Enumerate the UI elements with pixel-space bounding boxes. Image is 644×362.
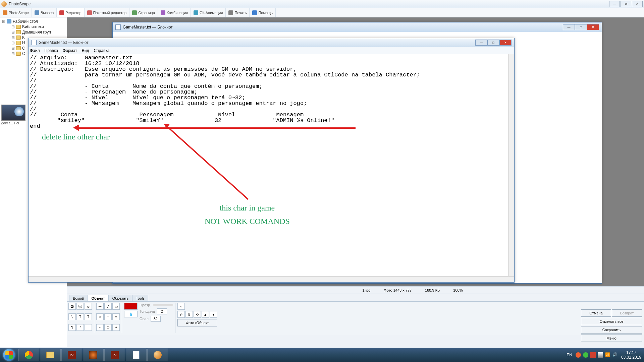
tool-icon <box>132 10 137 15</box>
minimize-button[interactable]: — <box>609 1 620 7</box>
toolbar-печать[interactable]: Печать <box>226 8 250 17</box>
rect-tool-icon[interactable]: ▭ <box>112 303 120 310</box>
para-tool-icon[interactable]: ¶ <box>68 324 76 331</box>
rotate-icon[interactable]: ⟲ <box>194 311 201 318</box>
menu-файл[interactable]: Файл <box>30 48 40 53</box>
close-button[interactable]: ✕ <box>632 1 643 7</box>
tray-clock[interactable]: 17:17 03.01.2019 <box>621 350 641 360</box>
menu-правка[interactable]: Правка <box>45 48 58 53</box>
tab-объект[interactable]: Объект <box>88 295 109 301</box>
toolbar-комбинация[interactable]: Комбинация <box>158 8 191 17</box>
notepad-fg-titlebar[interactable]: GameMaster.txt — Блокнот — □ ✕ <box>29 38 514 47</box>
folder-icon <box>16 30 21 34</box>
horizontal-scrollbar[interactable] <box>29 276 514 282</box>
language-indicator[interactable]: EN <box>567 353 572 357</box>
tab-домой[interactable]: Домой <box>69 295 88 301</box>
tab-обрезать[interactable]: Обрезать <box>109 295 132 301</box>
undo-all-button[interactable]: Отменить все <box>581 318 642 325</box>
undo-button[interactable]: Отмена <box>581 309 611 317</box>
start-button[interactable] <box>0 348 18 362</box>
notepad-bg-title: GameMaster.txt — Блокнот <box>123 25 173 29</box>
tree-item[interactable]: ⊞Рабочий стол <box>0 19 67 24</box>
redo-button[interactable]: Возврат <box>612 309 642 317</box>
tray-icons[interactable]: 📶 🔊 <box>576 352 618 358</box>
photoscape-icon <box>154 351 162 359</box>
tray-icon-3[interactable] <box>590 352 596 358</box>
speech-tool-icon[interactable]: 💬 <box>76 303 84 310</box>
tab-tools[interactable]: Tools <box>132 295 148 301</box>
hex-tool-icon[interactable]: ◇ <box>112 313 120 320</box>
toolbar-помощь[interactable]: Помощь <box>250 8 276 17</box>
quote-tool-icon[interactable]: ❝ <box>76 324 84 331</box>
menu-справка[interactable]: Справка <box>94 48 109 53</box>
square-tool-icon[interactable]: □ <box>104 313 112 320</box>
taskbar-photoscape[interactable] <box>147 349 168 361</box>
menu-формат[interactable]: Формат <box>63 48 77 53</box>
notepad-icon <box>115 24 121 30</box>
save-button[interactable]: Сохранить <box>581 326 642 334</box>
minimize-button[interactable]: — <box>475 40 487 46</box>
photo-object-button[interactable]: Фото+Объект <box>177 319 217 326</box>
maximize-button[interactable]: □ <box>487 40 499 46</box>
color-swatch[interactable] <box>124 303 138 310</box>
toolbar-страница[interactable]: Страница <box>129 8 158 17</box>
flip-v-icon[interactable]: ⇅ <box>185 311 193 318</box>
thumbnail-strip: gory t… Hel <box>1 105 28 125</box>
photo-tool-icon[interactable]: 🖼 <box>68 303 76 310</box>
thickness-input[interactable] <box>157 308 167 314</box>
taskbar-explorer[interactable] <box>40 349 61 361</box>
tray-icon-2[interactable] <box>583 352 588 358</box>
text-tool-icon[interactable]: T <box>76 313 84 320</box>
minimize-button[interactable]: — <box>563 24 575 30</box>
taskbar-app-pz2[interactable]: PZ <box>104 349 125 361</box>
back-icon[interactable]: ▼ <box>210 311 217 318</box>
maximize-button[interactable]: ⧉ <box>621 1 631 7</box>
line-tool-icon[interactable]: ╲ <box>68 313 76 320</box>
tray-icon-1[interactable] <box>576 352 581 358</box>
menu-вид[interactable]: Вид <box>82 48 89 53</box>
annotation-arrow-icon <box>73 124 79 131</box>
cursor-tool-icon[interactable]: ↖ <box>177 303 185 310</box>
star2-tool-icon[interactable]: ✦ <box>112 324 120 331</box>
transparency-slider[interactable] <box>153 304 173 306</box>
text2-tool-icon[interactable]: T <box>85 313 92 320</box>
maximize-button[interactable]: □ <box>575 24 587 30</box>
close-button[interactable]: ✕ <box>499 40 512 46</box>
toolbar-пакетный редактор[interactable]: Пакетный редактор <box>85 8 130 17</box>
scribble-tool-icon[interactable]: 〰 <box>96 303 104 310</box>
folder-icon <box>46 352 54 358</box>
thumbnail[interactable] <box>1 105 25 121</box>
star-tool-icon[interactable]: ☆ <box>96 313 104 320</box>
taskbar-chrome[interactable] <box>18 349 39 361</box>
oval-input[interactable] <box>151 316 161 322</box>
taskbar-notepad[interactable] <box>126 349 147 361</box>
taskbar-app-orange[interactable] <box>83 349 104 361</box>
tree-item[interactable]: ⊞Библиотеки <box>0 24 67 29</box>
pentagon-tool-icon[interactable]: ⬠ <box>104 324 112 331</box>
toolbar-photoscape[interactable]: PhotoScape <box>0 8 32 17</box>
dropper-tool-icon[interactable]: 💧 <box>124 311 138 317</box>
circle-tool-icon[interactable]: ○ <box>96 324 104 331</box>
tool-icon <box>35 10 39 15</box>
vertical-scrollbar[interactable] <box>508 54 514 276</box>
close-button[interactable]: ✕ <box>587 24 599 30</box>
volume-icon[interactable]: 🔊 <box>612 352 618 358</box>
toolbar-вьювер[interactable]: Вьювер <box>32 8 57 17</box>
network-icon[interactable]: 📶 <box>605 352 610 358</box>
diag-tool-icon[interactable]: ╱ <box>104 303 112 310</box>
notepad-bg-titlebar[interactable]: GameMaster.txt — Блокнот — □ ✕ <box>113 22 602 32</box>
chrome-icon <box>25 351 33 359</box>
toolbar-редактор[interactable]: Редактор <box>57 8 84 17</box>
notepad-fg-title: GameMaster.txt — Блокнот <box>39 40 89 45</box>
folder-icon <box>7 19 11 23</box>
flip-h-icon[interactable]: ⇄ <box>177 311 185 318</box>
toolbar-gif-анимация[interactable]: Gif-Анимация <box>191 8 226 17</box>
menu-button[interactable]: Меню <box>581 335 642 342</box>
tree-item[interactable]: ⊞Домашняя груп <box>0 29 67 35</box>
front-icon[interactable]: ▲ <box>202 311 209 318</box>
tray-flag-icon[interactable] <box>598 352 603 358</box>
status-bar: 1.jpg Фото 1443 x 777 180.9 КБ 100% <box>67 286 644 294</box>
symbol-tool-icon[interactable]: ☺ <box>85 303 92 310</box>
tool-icon <box>228 10 233 15</box>
taskbar-app-pz1[interactable]: PZ <box>61 349 82 361</box>
